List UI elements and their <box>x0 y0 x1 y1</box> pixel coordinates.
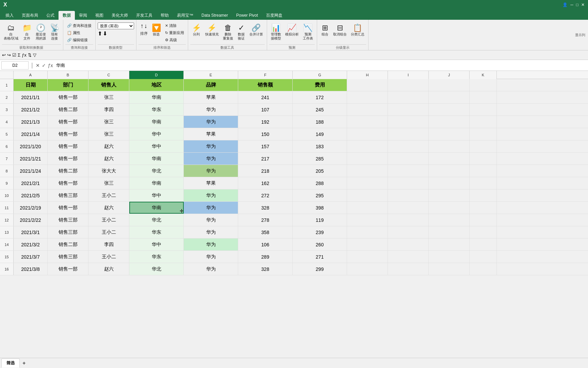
cell-k4[interactable] <box>470 116 497 128</box>
cell-i11[interactable] <box>388 202 429 214</box>
cell-g9[interactable]: 288 <box>293 177 347 189</box>
cell-e9[interactable]: 苹果 <box>184 177 238 189</box>
cell-d5[interactable]: 华中 <box>129 128 184 140</box>
ribbon-tab-公式[interactable]: 公式 <box>42 11 59 20</box>
cell-j6[interactable] <box>429 140 470 152</box>
cell-i9[interactable] <box>388 177 429 189</box>
col-header-b[interactable]: B <box>48 71 88 79</box>
cell-j16[interactable] <box>429 263 470 275</box>
cell-b10[interactable]: 销售三部 <box>48 189 88 201</box>
sort-za-icon[interactable]: ⬇ <box>103 30 107 37</box>
cell-f1[interactable]: 销售额 <box>238 79 293 91</box>
col-header-d[interactable]: D <box>129 71 184 79</box>
reapply-button[interactable]: ↻ 重新应用 <box>163 30 186 36</box>
ribbon-tab-插入[interactable]: 插入 <box>1 11 18 20</box>
cell-g3[interactable]: 245 <box>293 104 347 116</box>
cell-c4[interactable]: 张三 <box>88 116 129 128</box>
cell-b7[interactable]: 销售一部 <box>48 153 88 165</box>
cell-e16[interactable]: 华为 <box>184 263 238 275</box>
cell-h1[interactable] <box>347 79 388 91</box>
cell-i4[interactable] <box>388 116 429 128</box>
group-button[interactable]: ⊞ 组合 <box>319 22 331 37</box>
cell-c9[interactable]: 张三 <box>88 177 129 189</box>
file-button[interactable]: 📁 自文件 <box>21 22 33 42</box>
cell-i3[interactable] <box>388 104 429 116</box>
cell-i8[interactable] <box>388 165 429 177</box>
cell-h15[interactable] <box>347 251 388 263</box>
col-header-e[interactable]: E <box>184 71 238 79</box>
cell-a9[interactable]: 2021/2/1 <box>14 177 48 189</box>
cell-k8[interactable] <box>470 165 497 177</box>
cell-a4[interactable]: 2021/1/3 <box>14 116 48 128</box>
cell-f10[interactable]: 272 <box>238 189 293 201</box>
flash-fill-button[interactable]: ⚡ 快速填充 <box>203 22 220 37</box>
col-header-j[interactable]: J <box>429 71 470 79</box>
cell-c16[interactable]: 赵六 <box>88 263 129 275</box>
cell-b4[interactable]: 销售一部 <box>48 116 88 128</box>
remove-dup-button[interactable]: 🗑 删除重复值 <box>221 22 235 42</box>
cell-k7[interactable] <box>470 153 497 165</box>
data-type-select[interactable]: 股票 (英语) <box>98 22 134 29</box>
cell-f15[interactable]: 289 <box>238 251 293 263</box>
window-controls[interactable]: ─ □ ✕ <box>570 2 585 7</box>
cell-i6[interactable] <box>388 140 429 152</box>
cell-i5[interactable] <box>388 128 429 140</box>
cell-d14[interactable]: 华中 <box>129 239 184 250</box>
col-header-h[interactable]: H <box>347 71 388 79</box>
cell-c14[interactable]: 李四 <box>88 239 129 250</box>
cell-f8[interactable]: 218 <box>238 165 293 177</box>
cell-i13[interactable] <box>388 226 429 238</box>
confirm-formula-icon[interactable]: ✓ <box>42 63 46 68</box>
cell-i2[interactable] <box>388 91 429 103</box>
cell-a5[interactable]: 2021/1/4 <box>14 128 48 140</box>
cell-j1[interactable] <box>429 79 470 91</box>
cell-c13[interactable]: 王小二 <box>88 226 129 238</box>
what-if-button[interactable]: 📈 模拟分析 <box>283 22 300 37</box>
cell-k9[interactable] <box>470 177 497 189</box>
cell-g8[interactable]: 205 <box>293 165 347 177</box>
ribbon-tab-Power-Pivot[interactable]: Power Pivot <box>232 11 262 20</box>
maximize-button[interactable]: □ <box>576 2 578 7</box>
cell-g10[interactable]: 295 <box>293 189 347 201</box>
ribbon-tab-百度网盘[interactable]: 百度网盘 <box>262 11 287 20</box>
cell-j9[interactable] <box>429 177 470 189</box>
cell-i1[interactable] <box>388 79 429 91</box>
existing-connect-button[interactable]: 📡 现有连接 <box>48 22 61 42</box>
cell-e3[interactable]: 华为 <box>184 104 238 116</box>
ribbon-tab-页面布局[interactable]: 页面布局 <box>18 11 42 20</box>
cell-e14[interactable]: 华为 <box>184 239 238 250</box>
filter-button[interactable]: 🔽 筛选 <box>150 22 163 37</box>
ribbon-tab-Data-Streamer[interactable]: Data Streamer <box>197 11 232 20</box>
recent-button[interactable]: 🕐 最近使用的源 <box>34 22 48 42</box>
sort-asc-qa[interactable]: ⇅ <box>28 52 32 58</box>
formula-input[interactable] <box>54 62 587 68</box>
qa-undo[interactable]: ↩ <box>2 52 6 58</box>
data-validation-button[interactable]: ✓ 数据验证 <box>235 22 247 42</box>
cell-d7[interactable]: 华南 <box>129 153 184 165</box>
cell-f3[interactable]: 107 <box>238 104 293 116</box>
cell-g7[interactable]: 285 <box>293 153 347 165</box>
cell-g15[interactable]: 271 <box>293 251 347 263</box>
cell-h10[interactable] <box>347 189 388 201</box>
cell-i7[interactable] <box>388 153 429 165</box>
cell-j2[interactable] <box>429 91 470 103</box>
cell-c8[interactable]: 张大大 <box>88 165 129 177</box>
cell-e12[interactable]: 华为 <box>184 214 238 226</box>
cell-a11[interactable]: 2021/2/19 <box>14 202 48 214</box>
cell-c11[interactable]: 赵六 <box>88 202 129 214</box>
ribbon-tab-视图[interactable]: 视图 <box>91 11 108 20</box>
cell-j14[interactable] <box>429 239 470 250</box>
cell-a15[interactable]: 2021/3/7 <box>14 251 48 263</box>
cell-d8[interactable]: 华北 <box>129 165 184 177</box>
cell-f16[interactable]: 328 <box>238 263 293 275</box>
cell-f4[interactable]: 192 <box>238 116 293 128</box>
cell-f7[interactable]: 217 <box>238 153 293 165</box>
sort-button[interactable]: 排序 <box>138 30 149 37</box>
cell-d1[interactable]: 地区 <box>129 79 184 91</box>
cell-b9[interactable]: 销售一部 <box>48 177 88 189</box>
cell-b13[interactable]: 销售三部 <box>48 226 88 238</box>
cell-g5[interactable]: 149 <box>293 128 347 140</box>
cell-h7[interactable] <box>347 153 388 165</box>
cell-k10[interactable] <box>470 189 497 201</box>
cell-a7[interactable]: 2021/1/21 <box>14 153 48 165</box>
